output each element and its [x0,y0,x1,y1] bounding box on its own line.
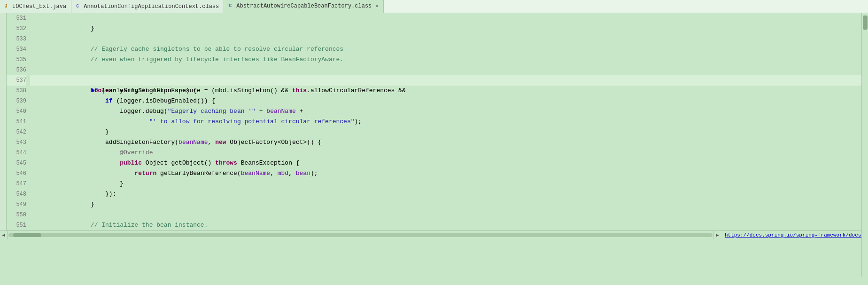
line-num-547: 547 [7,179,26,189]
code-line-536: isSingletonCurrentlyInCreation(beanName)… [30,65,868,75]
code-line-541: } [30,117,868,127]
class-icon-2: C [229,3,234,9]
line-num-531: 531 [7,13,26,24]
red-arrow-icon [0,57,7,62]
right-scrollbar[interactable] [861,13,868,277]
editor-body: 531 532 533 534 535 536 537 538 539 540 … [0,13,868,230]
line-numbers-gutter: 531 532 533 534 535 536 537 538 539 540 … [7,13,30,230]
code-line-540: "' to allow for resolving potential circ… [30,106,868,117]
line-num-538: 538 [7,86,26,96]
code-line-537: if (earlySingletonExposure) { [30,75,868,86]
close-tab-icon[interactable]: ✕ [375,3,379,9]
line-num-536: 536 [7,65,26,75]
line-num-533: 533 [7,34,26,44]
java-icon: J [5,4,10,9]
line-num-539: 539 [7,96,26,106]
line-num-542: 542 [7,127,26,137]
code-line-531: } [30,13,868,24]
code-line-538: if (logger.isDebugEnabled()) { [30,86,868,96]
horizontal-scroll-thumb[interactable] [13,233,41,237]
code-line-546: } [30,168,868,179]
editor-window: J IOCTest_Ext.java C AnnotationConfigApp… [0,0,868,239]
code-line-544: public Object getObject() throws BeansEx… [30,148,868,158]
bottom-bar: ◀ ▶ https://docs.spring.io/spring-framew… [0,230,868,239]
line-num-534: 534 [7,44,26,55]
left-margin [0,13,7,230]
tab-label-abstract: AbstractAutowireCapableBeanFactory.class [236,3,372,9]
horizontal-scroll-track[interactable] [8,233,713,237]
code-line-545: return getEarlyBeanReference(beanName, m… [30,158,868,168]
line-num-541: 541 [7,117,26,127]
code-line-547: }); [30,179,868,189]
line-num-545: 545 [7,158,26,168]
line-num-550: 550 [7,210,26,220]
code-line-549 [30,199,868,210]
right-arrow-scroll[interactable]: ▶ [713,231,721,239]
line-num-548: 548 [7,189,26,199]
code-line-533: // Eagerly cache singletons to be able t… [30,34,868,44]
scroll-thumb-vertical[interactable] [863,16,868,30]
tab-ioctest[interactable]: J IOCTest_Ext.java [0,0,71,13]
tab-bar: J IOCTest_Ext.java C AnnotationConfigApp… [0,0,868,13]
tab-annotation-config[interactable]: C AnnotationConfigApplicationContext.cla… [71,0,224,13]
line-num-546: 546 [7,168,26,179]
line-num-537: 537 [7,75,26,86]
code-line-535: boolean earlySingletonExposure = (mbd.is… [30,55,868,65]
code-line-543: @Override [30,137,868,148]
line-num-540: 540 [7,106,26,117]
code-line-534: // even when triggered by lifecycle inte… [30,44,868,55]
line-num-551: 551 [7,220,26,230]
code-line-542: addSingletonFactory(beanName, new Object… [30,127,868,137]
code-line-532 [30,24,868,34]
tab-label-annotation: AnnotationConfigApplicationContext.class [84,3,219,10]
code-line-539: logger.debug("Eagerly caching bean '" + … [30,96,868,106]
tab-abstract-autowire[interactable]: C AbstractAutowireCapableBeanFactory.cla… [224,0,384,13]
code-line-550: // Initialize the bean instance. [30,210,868,220]
line-num-549: 549 [7,199,26,210]
status-link[interactable]: https://docs.spring.io/spring-framework/… [721,232,868,238]
class-icon-1: C [76,4,82,9]
line-num-544: 544 [7,148,26,158]
tab-label-ioctest: IOCTest_Ext.java [12,3,66,10]
code-area[interactable]: } // Eagerly cache singletons to be able… [30,13,868,230]
line-num-535: 535 [7,55,26,65]
line-num-532: 532 [7,24,26,34]
line-num-543: 543 [7,137,26,148]
left-arrow-scroll[interactable]: ◀ [0,231,8,239]
code-line-551: // ... [30,220,868,230]
code-line-548: } [30,189,868,199]
